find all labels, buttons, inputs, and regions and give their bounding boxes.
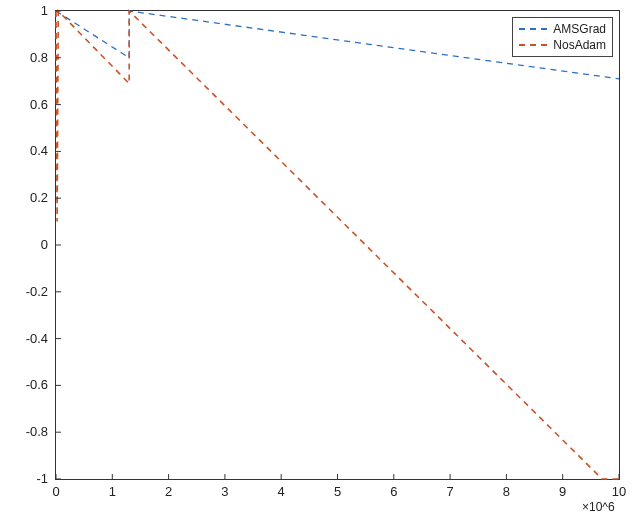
x-tick-label: 9 (559, 484, 566, 499)
series-nosadam (56, 11, 619, 479)
figure: 012345678910 -1-0.8-0.6-0.4-0.200.20.40.… (0, 0, 634, 520)
x-tick-label: 8 (503, 484, 510, 499)
x-tick-label: 2 (165, 484, 172, 499)
y-tick-label: 0.8 (30, 50, 48, 65)
y-tick-label: 0 (41, 237, 48, 252)
x-tick-label: 3 (221, 484, 228, 499)
x-tick-label: 7 (446, 484, 453, 499)
y-tick-label: -1 (37, 471, 49, 486)
y-tick-label: -0.8 (26, 424, 48, 439)
y-tick-label: 0.2 (30, 190, 48, 205)
y-tick-label: 1 (41, 3, 48, 18)
y-tick-label: -0.4 (26, 331, 48, 346)
legend: AMSGrad NosAdam (512, 17, 613, 57)
plot-svg: 012345678910 -1-0.8-0.6-0.4-0.200.20.40.… (56, 11, 619, 479)
x-tick-label: 0 (52, 484, 59, 499)
y-tick-label: -0.2 (26, 284, 48, 299)
axes: 012345678910 -1-0.8-0.6-0.4-0.200.20.40.… (55, 10, 620, 480)
y-tick-label: -0.6 (26, 377, 48, 392)
legend-swatch-nosadam (519, 44, 547, 46)
legend-label-amsgrad: AMSGrad (553, 22, 606, 36)
legend-entry-amsgrad: AMSGrad (519, 21, 606, 37)
x-tick-label: 6 (390, 484, 397, 499)
legend-entry-nosadam: NosAdam (519, 37, 606, 53)
y-tick-label: 0.6 (30, 97, 48, 112)
x-tick-label: 4 (278, 484, 285, 499)
y-tick-label: 0.4 (30, 143, 48, 158)
x-tick-label: 1 (109, 484, 116, 499)
legend-swatch-amsgrad (519, 28, 547, 30)
x-tick-label: 5 (334, 484, 341, 499)
x-tick-label: 10 (612, 484, 626, 499)
x-exponent-label: ×10^6 (582, 500, 615, 514)
legend-label-nosadam: NosAdam (553, 38, 606, 52)
